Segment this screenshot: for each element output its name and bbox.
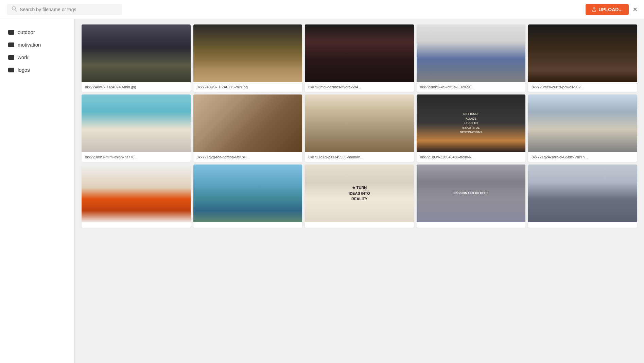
image-label — [193, 222, 302, 228]
image-thumbnail: DIFFICULTROADSLEAD TOBEAUTIFULDESTINATIO… — [417, 94, 526, 152]
upload-button[interactable]: UPLOAD... — [586, 4, 629, 15]
image-thumbnail: PASSION LED US HERE — [417, 165, 526, 222]
sidebar-item-work[interactable]: work — [0, 51, 74, 64]
image-thumbnail — [417, 24, 526, 82]
image-thumbnail — [193, 24, 302, 82]
header: UPLOAD... × — [0, 0, 644, 19]
image-thumbnail — [528, 165, 637, 222]
list-item[interactable]: 8kk721q1g-233345533-hannah... — [305, 94, 414, 162]
image-thumbnail: ★ TURNIDEAS INTOREALITY — [305, 165, 414, 222]
list-item[interactable]: DIFFICULTROADSLEAD TOBEAUTIFULDESTINATIO… — [417, 94, 526, 162]
sidebar-item-outdoor[interactable]: outdoor — [0, 26, 74, 38]
sidebar: outdoor motivation work logos — [0, 19, 75, 363]
image-thumbnail — [82, 24, 191, 82]
image-label: 8kk723mh2-kal-loftus-1169698... — [417, 82, 526, 92]
image-label — [417, 222, 526, 228]
image-label — [82, 222, 191, 228]
list-item[interactable]: 8kk721q24-sara-p-G5bm-VmYh... — [528, 94, 637, 162]
close-button[interactable]: × — [633, 6, 637, 13]
image-thumbnail — [82, 94, 191, 152]
image-thumbnail — [82, 165, 191, 222]
list-item[interactable]: 8kk723meo-curtis-powell-562... — [528, 24, 637, 92]
list-item[interactable]: PASSION LED US HERE — [417, 165, 526, 228]
search-input[interactable] — [20, 7, 118, 12]
image-thumbnail — [193, 165, 302, 222]
svg-line-1 — [15, 10, 17, 11]
list-item[interactable]: 8kk723mh2-kal-loftus-1169698... — [417, 24, 526, 92]
image-label: 8kk721q0w-228645496-hello-i-... — [417, 152, 526, 162]
list-item[interactable]: 8kk7248w7-_H2A0749-min.jpg — [82, 24, 191, 92]
tag-icon — [8, 68, 14, 72]
image-thumbnail — [193, 94, 302, 152]
list-item[interactable]: 8kk723mh1-mimi-thian-73778... — [82, 94, 191, 162]
list-item[interactable]: 8kk721q2g-toa-heftiba-6bKpH... — [193, 94, 302, 162]
image-thumbnail — [305, 24, 414, 82]
image-label: 8kk723meo-curtis-powell-562... — [528, 82, 637, 92]
image-label: 8kk721q1g-233345533-hannah... — [305, 152, 414, 162]
upload-icon — [592, 7, 596, 12]
list-item[interactable] — [82, 165, 191, 228]
image-label: 8kk721q2g-toa-heftiba-6bKpH... — [193, 152, 302, 162]
image-label: 8kk7248w9-_H2A0175-min.jpg — [193, 82, 302, 92]
search-icon — [12, 6, 17, 13]
list-item[interactable] — [528, 165, 637, 228]
tag-icon — [8, 42, 14, 47]
tag-icon — [8, 30, 14, 35]
sidebar-item-logos[interactable]: logos — [0, 64, 74, 76]
list-item[interactable]: 8kk7248w9-_H2A0175-min.jpg — [193, 24, 302, 92]
list-item[interactable]: 8kk723mgl-hermes-rivera-594... — [305, 24, 414, 92]
image-thumbnail — [528, 24, 637, 82]
image-grid: 8kk7248w7-_H2A0749-min.jpg 8kk7248w9-_H2… — [82, 24, 637, 228]
image-thumbnail — [528, 94, 637, 152]
search-bar — [7, 4, 122, 15]
list-item[interactable] — [193, 165, 302, 228]
image-label — [305, 222, 414, 228]
sidebar-item-motivation[interactable]: motivation — [0, 38, 74, 51]
list-item[interactable]: ★ TURNIDEAS INTOREALITY — [305, 165, 414, 228]
image-thumbnail — [305, 94, 414, 152]
content-area: 8kk7248w7-_H2A0749-min.jpg 8kk7248w9-_H2… — [75, 19, 644, 363]
main-layout: outdoor motivation work logos 8kk7248w7-… — [0, 19, 644, 363]
image-label: 8kk7248w7-_H2A0749-min.jpg — [82, 82, 191, 92]
image-label: 8kk721q24-sara-p-G5bm-VmYh... — [528, 152, 637, 162]
image-label: 8kk723mh1-mimi-thian-73778... — [82, 152, 191, 162]
header-actions: UPLOAD... × — [586, 4, 637, 15]
tag-icon — [8, 55, 14, 60]
image-label — [528, 222, 637, 228]
image-label: 8kk723mgl-hermes-rivera-594... — [305, 82, 414, 92]
